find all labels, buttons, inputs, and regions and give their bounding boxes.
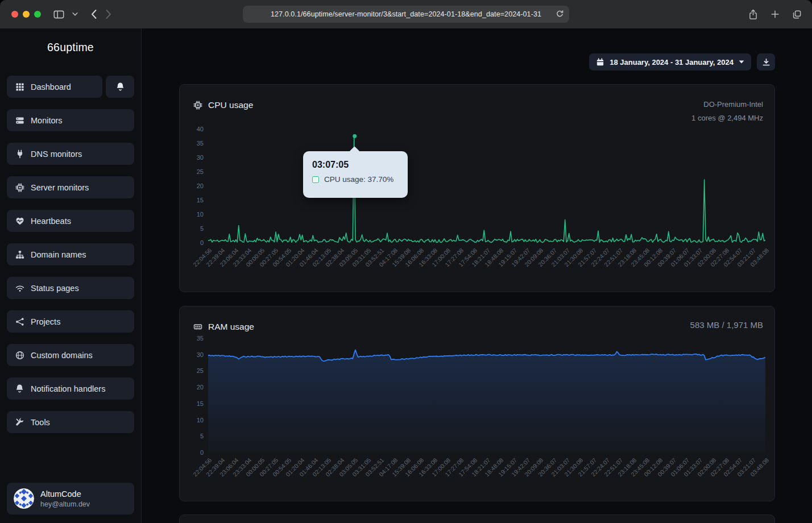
sidebar-toggle-icon[interactable]	[53, 10, 64, 19]
sidebar-item-dns-monitors[interactable]: DNS monitors	[7, 143, 134, 165]
avatar	[14, 488, 34, 509]
sidebar-item-label: Server monitors	[31, 183, 89, 192]
y-tick-label: 35	[180, 140, 204, 147]
sidebar-item-monitors[interactable]: Monitors	[7, 109, 134, 131]
download-icon	[762, 58, 770, 67]
notifications-button[interactable]	[106, 76, 134, 98]
y-tick-label: 5	[180, 225, 204, 232]
caret-down-icon	[739, 60, 744, 64]
y-tick-label: 10	[180, 417, 204, 424]
bell-icon	[15, 384, 24, 393]
tooltip-time: 03:07:05	[312, 160, 399, 170]
sidebar: 66uptime Dashboard MonitorsDNS monitorsS…	[0, 28, 142, 523]
sidebar-item-domain-names[interactable]: Domain names	[7, 243, 134, 265]
y-tick-label: 5	[180, 433, 204, 439]
wifi-icon	[15, 284, 24, 293]
forward-button	[105, 9, 112, 19]
ram-x-axis: 22:04:5622:39:0423:06:0423:33:0400:00:05…	[208, 456, 765, 502]
chart-tooltip: 03:07:05 CPU usage: 37.70%	[303, 151, 408, 198]
sidebar-item-label: DNS monitors	[31, 150, 82, 159]
y-tick-label: 15	[180, 197, 204, 204]
chevron-down-icon[interactable]	[72, 12, 78, 16]
sidebar-item-status-pages[interactable]: Status pages	[7, 277, 134, 299]
series-swatch-icon	[312, 176, 319, 183]
traffic-lights	[11, 11, 41, 18]
sidebar-item-label: Dashboard	[31, 82, 71, 92]
sidebar-item-label: Heartbeats	[31, 217, 71, 226]
user-name: AltumCode	[40, 489, 90, 500]
sidebar-item-label: Status pages	[31, 284, 79, 293]
bell-icon	[115, 82, 125, 92]
share-nodes-icon	[15, 317, 24, 326]
brand-logo: 66uptime	[0, 41, 141, 54]
minimize-window-button[interactable]	[23, 11, 30, 18]
url-text: 127.0.0.1/66uptime/server-monitor/3&star…	[271, 10, 541, 18]
sidebar-item-label: Tools	[31, 418, 50, 427]
sidebar-item-label: Custom domains	[31, 351, 93, 360]
browser-window: 127.0.0.1/66uptime/server-monitor/3&star…	[0, 0, 812, 523]
back-button[interactable]	[90, 9, 97, 19]
refresh-icon[interactable]	[556, 10, 564, 18]
heart-pulse-icon	[15, 217, 24, 226]
sidebar-item-label: Notification handlers	[31, 384, 105, 393]
y-tick-label: 25	[180, 168, 204, 175]
user-card[interactable]: AltumCode hey@altum.dev	[7, 483, 134, 514]
share-icon[interactable]	[748, 9, 758, 20]
server-icon	[15, 116, 24, 125]
ram-usage-card: RAM usage 583 MB / 1,971 MB 353025201510…	[179, 306, 775, 501]
tooltip-value: CPU usage: 37.70%	[324, 175, 393, 184]
close-window-button[interactable]	[11, 11, 18, 18]
sidebar-item-custom-domains[interactable]: Custom domains	[7, 344, 134, 366]
cpu-chip-icon	[193, 101, 202, 110]
sidebar-item-projects[interactable]: Projects	[7, 310, 134, 333]
plug-icon	[15, 150, 24, 159]
sidebar-item-heartbeats[interactable]: Heartbeats	[7, 210, 134, 232]
y-tick-label: 20	[180, 384, 204, 391]
sitemap-icon	[15, 250, 24, 259]
cpu-card-title: CPU usage	[208, 100, 253, 110]
sidebar-item-tools[interactable]: Tools	[7, 411, 134, 433]
date-range-picker[interactable]: 18 January, 2024 - 31 January, 2024	[589, 53, 751, 70]
tools-icon	[15, 418, 24, 427]
url-bar[interactable]: 127.0.0.1/66uptime/server-monitor/3&star…	[243, 6, 569, 23]
new-tab-icon[interactable]	[770, 10, 780, 19]
ram-card-meta: 583 MB / 1,971 MB	[690, 318, 763, 332]
cpu-cores-label: 1 cores @ 2,494 MHz	[691, 111, 763, 125]
sidebar-item-label: Monitors	[31, 116, 63, 125]
ram-chart[interactable]	[208, 339, 765, 453]
cpu-chart[interactable]	[208, 130, 765, 243]
y-tick-label: 25	[180, 367, 204, 374]
user-email: hey@altum.dev	[40, 500, 90, 509]
sidebar-item-dashboard[interactable]: Dashboard	[7, 76, 102, 98]
y-tick-label: 30	[180, 154, 204, 161]
y-tick-label: 40	[180, 126, 204, 132]
cpu-x-axis: 22:04:5622:39:0423:06:0423:33:0400:00:05…	[208, 247, 765, 292]
cpu-plan-label: DO-Premium-Intel	[691, 98, 763, 111]
sidebar-item-label: Domain names	[31, 250, 86, 259]
ram-card-title: RAM usage	[208, 322, 254, 332]
y-tick-label: 0	[180, 449, 204, 456]
main-content: 18 January, 2024 - 31 January, 2024 CPU …	[142, 28, 812, 523]
sidebar-nav: Dashboard MonitorsDNS monitorsServer mon…	[7, 76, 134, 445]
tab-overview-icon[interactable]	[792, 10, 802, 19]
export-button[interactable]	[757, 53, 775, 70]
y-tick-label: 30	[180, 351, 204, 358]
browser-titlebar: 127.0.0.1/66uptime/server-monitor/3&star…	[0, 0, 812, 28]
calendar-icon	[596, 58, 604, 67]
sidebar-item-label: Projects	[31, 317, 60, 326]
grid-icon	[15, 82, 24, 92]
memory-icon	[193, 322, 202, 331]
y-tick-label: 0	[180, 239, 204, 246]
y-tick-label: 35	[180, 335, 204, 342]
chip-icon	[15, 183, 24, 192]
date-range-label: 18 January, 2024 - 31 January, 2024	[610, 58, 734, 67]
y-tick-label: 20	[180, 182, 204, 189]
sidebar-item-notification-handlers[interactable]: Notification handlers	[7, 377, 134, 400]
globe-icon	[15, 351, 24, 360]
next-card-peek	[179, 514, 775, 523]
zoom-window-button[interactable]	[34, 11, 41, 18]
cpu-usage-card: CPU usage DO-Premium-Intel 1 cores @ 2,4…	[179, 84, 775, 292]
y-tick-label: 15	[180, 400, 204, 407]
cpu-card-meta: DO-Premium-Intel 1 cores @ 2,494 MHz	[691, 98, 763, 125]
sidebar-item-server-monitors[interactable]: Server monitors	[7, 176, 134, 198]
